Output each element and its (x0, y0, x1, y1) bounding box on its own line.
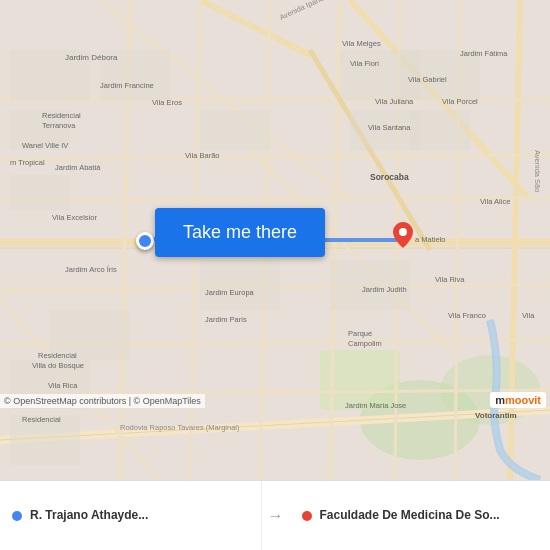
svg-text:Campolim: Campolim (348, 339, 382, 348)
svg-text:Residencial: Residencial (42, 111, 81, 120)
svg-text:Jardim Débora: Jardim Débora (65, 53, 118, 62)
svg-text:Votorantim: Votorantim (475, 411, 517, 420)
destination-dot (302, 511, 312, 521)
map-container: Jardim Débora Jardim Francine Vila Eros … (0, 0, 550, 480)
svg-text:Jardim Fátima: Jardim Fátima (460, 49, 508, 58)
svg-text:Sorocaba: Sorocaba (370, 172, 409, 182)
svg-text:Vila Barão: Vila Barão (185, 151, 219, 160)
svg-text:Vila Excelsior: Vila Excelsior (52, 213, 97, 222)
svg-text:Vila Fiori: Vila Fiori (350, 59, 379, 68)
origin-marker (136, 232, 154, 250)
svg-text:Rodovia Raposo Tavares (Margin: Rodovia Raposo Tavares (Marginal) (120, 423, 240, 432)
svg-text:Vila Alice: Vila Alice (480, 197, 510, 206)
destination-text: Faculdade De Medicina De So... (320, 508, 500, 524)
destination-marker (393, 222, 413, 248)
svg-text:Terranova: Terranova (42, 121, 76, 130)
arrow-icon: → (262, 507, 290, 525)
svg-text:Jardim Abatiá: Jardim Abatiá (55, 163, 101, 172)
svg-text:Parque: Parque (348, 329, 372, 338)
svg-text:Vila: Vila (522, 311, 535, 320)
origin-name: R. Trajano Athayde... (30, 508, 148, 524)
svg-text:Jardim Francine: Jardim Francine (100, 81, 154, 90)
svg-text:Vila Melges: Vila Melges (342, 39, 381, 48)
map-attribution: © OpenStreetMap contributors | © OpenMap… (0, 394, 205, 408)
svg-text:m Tropical: m Tropical (10, 158, 45, 167)
svg-text:Residencial: Residencial (38, 351, 77, 360)
svg-text:Wanel Ville IV: Wanel Ville IV (22, 141, 68, 150)
svg-text:Vila Rica: Vila Rica (48, 381, 78, 390)
svg-rect-35 (410, 110, 470, 150)
svg-rect-31 (200, 110, 270, 150)
origin-endpoint: R. Trajano Athayde... (0, 481, 262, 550)
svg-line-19 (0, 198, 550, 200)
svg-text:Avenida São: Avenida São (533, 150, 542, 192)
svg-text:Vila Juliana: Vila Juliana (375, 97, 414, 106)
svg-text:Jardim Arco Íris: Jardim Arco Íris (65, 265, 117, 274)
svg-text:Jardim Judith: Jardim Judith (362, 285, 407, 294)
svg-text:Vila Eros: Vila Eros (152, 98, 182, 107)
svg-text:Residencial: Residencial (22, 415, 61, 424)
svg-text:Jardim Paris: Jardim Paris (205, 315, 247, 324)
svg-text:Vila Riva: Vila Riva (435, 275, 465, 284)
svg-text:Vila Porcel: Vila Porcel (442, 97, 478, 106)
svg-text:Jardim Europa: Jardim Europa (205, 288, 255, 297)
svg-text:Villa do Bosque: Villa do Bosque (32, 361, 84, 370)
origin-text: R. Trajano Athayde... (30, 508, 148, 524)
svg-point-80 (399, 228, 407, 236)
svg-text:a Matielo: a Matielo (415, 235, 445, 244)
destination-endpoint: Faculdade De Medicina De So... (290, 481, 551, 550)
svg-text:Vila Gabriel: Vila Gabriel (408, 75, 447, 84)
svg-text:Vila Franco: Vila Franco (448, 311, 486, 320)
origin-dot (12, 511, 22, 521)
svg-text:Vila Santana: Vila Santana (368, 123, 411, 132)
destination-name: Faculdade De Medicina De So... (320, 508, 500, 524)
bottom-bar: R. Trajano Athayde... → Faculdade De Med… (0, 480, 550, 550)
moovit-logo: mmoovit (490, 392, 546, 408)
svg-rect-30 (10, 175, 70, 210)
take-me-there-button[interactable]: Take me there (155, 208, 325, 257)
svg-text:Jardim Maria Jose: Jardim Maria Jose (345, 401, 406, 410)
svg-rect-36 (200, 260, 280, 310)
